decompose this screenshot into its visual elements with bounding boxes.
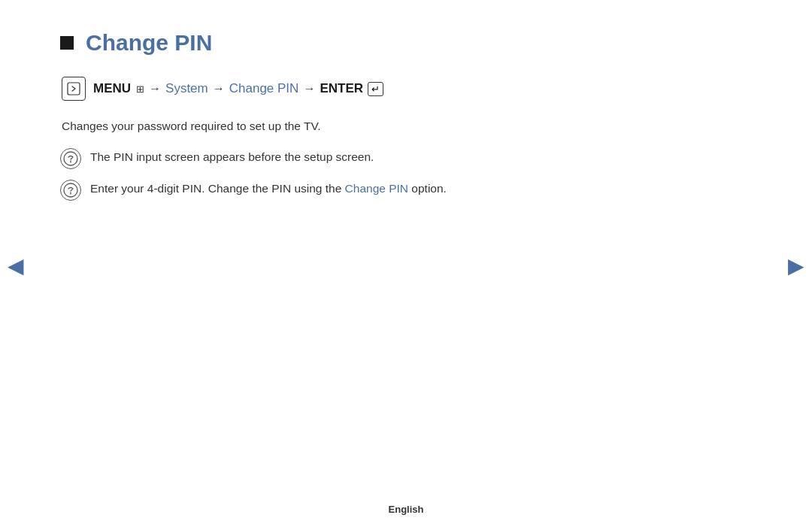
prev-arrow-icon: ◀ [8, 253, 24, 277]
enter-icon: ↵ [368, 82, 383, 96]
menu-icon [62, 77, 86, 101]
svg-point-1 [64, 152, 77, 165]
description-text: Changes your password required to set up… [62, 117, 752, 135]
note-row-1: The PIN input screen appears before the … [60, 148, 752, 169]
next-button[interactable]: ▶ [788, 253, 804, 277]
arrow-1: → [149, 82, 161, 95]
system-link[interactable]: System [165, 81, 208, 96]
page-title: Change PIN [86, 30, 212, 56]
title-row: Change PIN [60, 30, 752, 56]
note2-part1: Enter your 4-digit PIN. Change the PIN u… [90, 182, 345, 195]
note-row-2: Enter your 4-digit PIN. Change the PIN u… [60, 180, 752, 201]
note2-part2: option. [408, 182, 447, 195]
note-icon-1 [60, 148, 81, 169]
menu-grid-icon: ⊞ [136, 83, 144, 95]
prev-button[interactable]: ◀ [8, 253, 24, 277]
note-text-1: The PIN input screen appears before the … [90, 148, 374, 167]
note-text-2: Enter your 4-digit PIN. Change the PIN u… [90, 180, 447, 198]
next-arrow-icon: ▶ [788, 253, 804, 277]
arrow-3: → [303, 82, 315, 95]
svg-point-3 [64, 183, 77, 197]
footer-language: English [389, 504, 424, 515]
black-square-icon [60, 36, 74, 50]
change-pin-inline-link[interactable]: Change PIN [345, 182, 408, 195]
main-content: Change PIN MENU ⊞ → System → Change PIN … [0, 0, 812, 241]
svg-rect-0 [68, 83, 80, 95]
arrow-2: → [213, 82, 225, 95]
note-icon-2 [60, 180, 81, 201]
menu-label: MENU [93, 81, 131, 96]
nav-path-row: MENU ⊞ → System → Change PIN → ENTER ↵ [62, 77, 752, 101]
enter-label: ENTER [320, 81, 363, 96]
change-pin-link[interactable]: Change PIN [229, 81, 299, 96]
